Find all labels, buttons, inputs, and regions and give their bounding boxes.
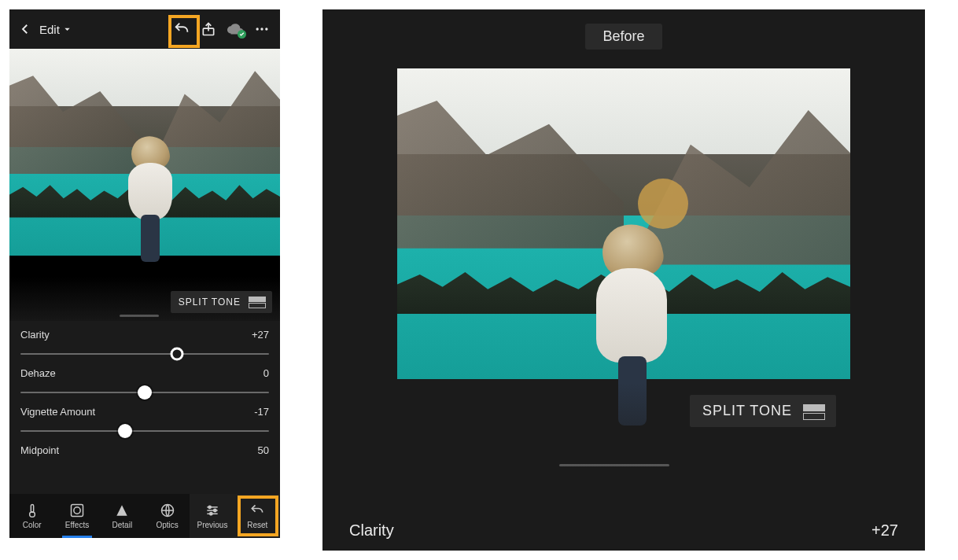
top-bar: Edit bbox=[9, 9, 280, 49]
split-tone-icon bbox=[249, 297, 264, 308]
slider-value: 50 bbox=[258, 444, 269, 456]
undo-icon bbox=[249, 503, 265, 518]
vignette-icon bbox=[69, 503, 85, 518]
dehaze-slider[interactable] bbox=[20, 382, 269, 403]
bottom-toolbar: Color Effects Detail Optics Previous Res… bbox=[9, 494, 280, 538]
svg-point-2 bbox=[256, 28, 259, 30]
lens-icon bbox=[160, 503, 175, 518]
tab-detail[interactable]: Detail bbox=[100, 494, 145, 538]
clarity-slider[interactable] bbox=[20, 344, 269, 364]
slider-label: Clarity bbox=[20, 329, 50, 341]
slider-value: +27 bbox=[252, 329, 269, 341]
tab-label: Optics bbox=[156, 521, 178, 529]
tab-label: Effects bbox=[65, 521, 89, 529]
back-button[interactable] bbox=[14, 22, 36, 36]
thermometer-icon bbox=[24, 503, 40, 518]
triangle-icon bbox=[114, 503, 130, 518]
tab-color[interactable]: Color bbox=[9, 494, 54, 538]
sliders-icon bbox=[204, 503, 220, 518]
slider-label: Clarity bbox=[349, 521, 394, 540]
tab-previous[interactable]: Previous bbox=[190, 494, 234, 538]
mode-label: Edit bbox=[39, 23, 60, 36]
svg-rect-7 bbox=[71, 505, 83, 517]
slider-value: -17 bbox=[254, 406, 269, 418]
tab-label: Detail bbox=[112, 521, 133, 529]
mode-dropdown[interactable]: Edit bbox=[39, 23, 72, 36]
tab-optics[interactable]: Optics bbox=[145, 494, 190, 538]
slider-label: Dehaze bbox=[20, 367, 56, 379]
slider-label: Midpoint bbox=[20, 444, 59, 456]
mobile-editor-screenshot: Edit SPLIT TONE bbox=[9, 9, 280, 538]
slider-value: 0 bbox=[263, 367, 269, 379]
tab-label: Reset bbox=[247, 521, 267, 529]
share-button[interactable] bbox=[195, 16, 222, 42]
cloud-sync-button[interactable] bbox=[222, 16, 249, 42]
preview-photo-canvas[interactable]: SPLIT TONE bbox=[397, 68, 850, 477]
undo-button[interactable] bbox=[168, 16, 195, 42]
preview-slider-row: Clarity +27 bbox=[349, 521, 898, 540]
slider-label: Vignette Amount bbox=[20, 406, 95, 418]
check-badge-icon bbox=[238, 30, 246, 39]
tab-effects[interactable]: Effects bbox=[54, 494, 99, 538]
split-tone-label: SPLIT TONE bbox=[179, 297, 241, 308]
share-icon bbox=[201, 21, 216, 37]
slider-value: +27 bbox=[871, 521, 898, 540]
touch-indicator bbox=[638, 179, 688, 229]
tab-reset[interactable]: Reset bbox=[235, 494, 280, 538]
undo-icon bbox=[173, 20, 190, 38]
tab-label: Previous bbox=[197, 521, 228, 529]
svg-point-8 bbox=[74, 507, 80, 514]
svg-point-11 bbox=[214, 509, 216, 511]
svg-point-3 bbox=[260, 28, 263, 30]
before-preview-panel: Before SPLIT TONE Clarity +27 bbox=[322, 9, 925, 551]
ellipsis-icon bbox=[254, 21, 270, 37]
tab-label: Color bbox=[23, 521, 42, 529]
photo-canvas[interactable]: SPLIT TONE bbox=[9, 49, 280, 321]
before-badge: Before bbox=[585, 24, 661, 50]
more-button[interactable] bbox=[249, 16, 275, 42]
svg-point-12 bbox=[210, 513, 212, 515]
split-tone-label: SPLIT TONE bbox=[702, 403, 792, 419]
split-tone-icon bbox=[803, 404, 824, 418]
svg-point-4 bbox=[265, 28, 267, 30]
vignette-amount-slider[interactable] bbox=[20, 421, 269, 441]
svg-point-10 bbox=[208, 506, 211, 508]
chevron-down-icon bbox=[63, 25, 72, 34]
split-tone-button[interactable]: SPLIT TONE bbox=[171, 291, 272, 313]
effects-sliders-panel: Clarity +27 Dehaze 0 Vignette Amount -17… bbox=[9, 321, 280, 494]
split-tone-button[interactable]: SPLIT TONE bbox=[690, 395, 836, 427]
